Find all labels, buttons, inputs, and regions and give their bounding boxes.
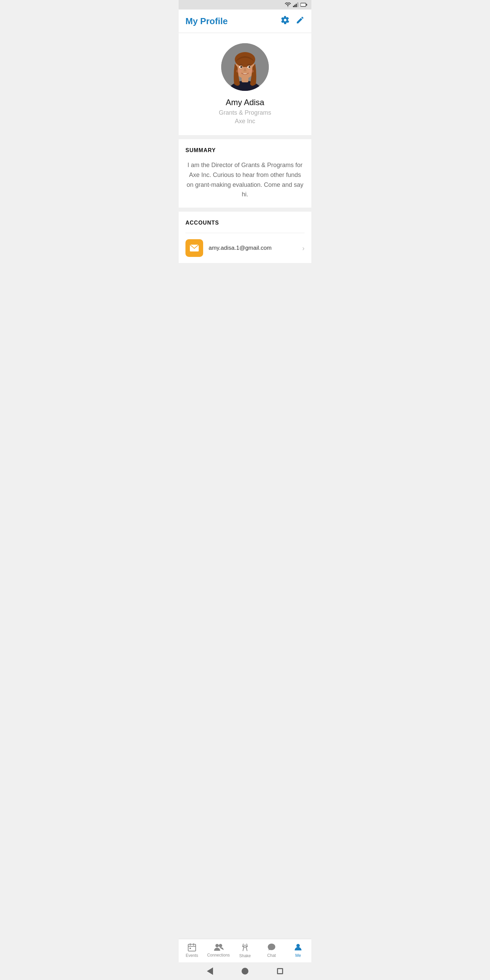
svg-rect-5	[306, 4, 307, 6]
page-title: My Profile	[185, 16, 228, 27]
svg-rect-25	[189, 948, 191, 949]
user-name: Amy Adisa	[226, 98, 264, 107]
nav-item-me[interactable]: Me	[285, 943, 311, 958]
summary-section: SUMMARY I am the Director of Grants & Pr…	[179, 139, 311, 208]
accounts-section: ACCOUNTS amy.adisa.1@gmail.com ›	[179, 212, 311, 263]
svg-rect-21	[188, 944, 196, 951]
svg-point-29	[296, 944, 300, 947]
me-label: Me	[295, 953, 301, 958]
summary-title: SUMMARY	[185, 147, 305, 153]
events-icon	[188, 943, 196, 952]
connections-label: Connections	[207, 953, 230, 958]
wifi-icon	[285, 2, 291, 7]
chat-icon	[267, 943, 276, 952]
svg-rect-6	[301, 4, 305, 6]
chevron-right-icon: ›	[302, 244, 305, 252]
shake-icon	[240, 943, 250, 952]
avatar	[221, 43, 269, 91]
accounts-title: ACCOUNTS	[185, 220, 305, 226]
email-envelope-icon	[189, 244, 199, 252]
edit-button[interactable]	[296, 16, 305, 27]
svg-rect-2	[296, 4, 297, 7]
me-icon	[294, 943, 302, 952]
user-company: Axe Inc	[235, 118, 255, 125]
settings-button[interactable]	[281, 16, 290, 27]
svg-rect-1	[294, 5, 295, 7]
nav-item-connections[interactable]: Connections	[205, 943, 232, 958]
profile-card: Amy Adisa Grants & Programs Axe Inc	[179, 33, 311, 135]
svg-point-18	[236, 69, 242, 73]
svg-point-19	[248, 69, 254, 73]
connections-icon	[213, 943, 224, 951]
account-email-value: amy.adisa.1@gmail.com	[208, 245, 302, 251]
header-actions	[281, 16, 305, 27]
home-button[interactable]	[241, 967, 249, 975]
svg-point-26	[215, 944, 219, 947]
svg-point-27	[219, 944, 222, 947]
svg-point-16	[241, 66, 242, 67]
summary-text: I am the Director of Grants & Programs f…	[185, 160, 305, 199]
nav-item-events[interactable]: Events	[179, 943, 205, 958]
nav-item-chat[interactable]: Chat	[258, 943, 285, 958]
chat-label: Chat	[267, 953, 275, 958]
svg-point-28	[243, 947, 247, 948]
svg-point-17	[250, 66, 250, 67]
events-label: Events	[186, 953, 198, 958]
header: My Profile	[179, 10, 311, 33]
status-bar	[179, 0, 311, 10]
email-icon-wrap	[185, 239, 203, 257]
user-role: Grants & Programs	[219, 109, 271, 116]
signal-icon	[293, 2, 298, 7]
recents-button[interactable]	[276, 967, 284, 975]
shake-label: Shake	[239, 953, 251, 958]
nav-item-shake[interactable]: Shake	[232, 943, 258, 958]
bottom-nav: Events Connections Shake Chat	[179, 939, 311, 962]
main-content: Amy Adisa Grants & Programs Axe Inc SUMM…	[179, 33, 311, 939]
spacer	[179, 267, 311, 335]
svg-rect-3	[297, 2, 298, 7]
system-nav	[179, 962, 311, 980]
battery-icon	[301, 3, 307, 7]
back-button[interactable]	[206, 967, 214, 975]
svg-rect-0	[293, 6, 294, 7]
account-email-row[interactable]: amy.adisa.1@gmail.com ›	[185, 233, 305, 263]
svg-point-14	[240, 66, 242, 68]
svg-point-15	[248, 66, 250, 68]
